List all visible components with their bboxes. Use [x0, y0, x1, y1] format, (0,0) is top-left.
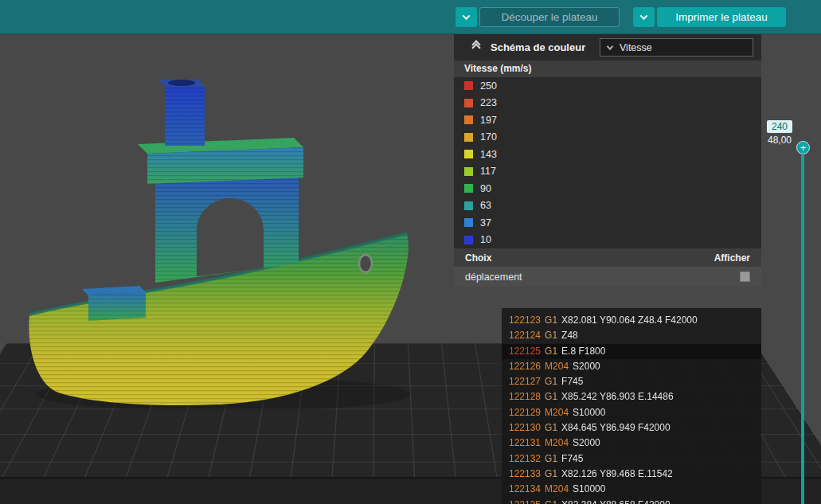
legend-value: 170 [480, 131, 497, 143]
legend-item: 250 [454, 77, 761, 95]
slice-options-button[interactable] [455, 7, 477, 27]
chevron-down-icon [463, 12, 471, 20]
plus-icon[interactable]: + [796, 141, 810, 154]
color-swatch [464, 184, 473, 193]
collapse-legend-icon[interactable] [473, 45, 479, 51]
benchy-chimney [158, 80, 205, 146]
gcode-command: M204 [545, 437, 569, 448]
color-swatch [464, 81, 473, 90]
layer-height-label: 48,00 [765, 135, 794, 146]
gcode-args: S10000 [573, 407, 605, 418]
color-swatch [464, 236, 473, 244]
chevron-down-icon [607, 43, 613, 49]
gcode-command: G1 [545, 315, 557, 326]
legend-value: 250 [480, 80, 497, 92]
gcode-command: G1 [545, 468, 557, 479]
gcode-args: X85.242 Y86.903 E.14486 [561, 391, 674, 402]
legend-item: 90 [454, 180, 761, 197]
gcode-line: 122123G1X82.081 Y90.064 Z48.4 F42000 [502, 313, 761, 328]
color-swatch [464, 201, 473, 210]
color-swatch [464, 167, 473, 176]
gcode-line-number: 122134 [509, 483, 541, 494]
gcode-line-number: 122124 [509, 330, 541, 341]
travel-row: déplacement [454, 267, 761, 287]
gcode-line: 122131M204S2000 [502, 436, 761, 451]
legend-title: Schéma de couleur [491, 41, 585, 53]
gcode-command: G1 [545, 391, 557, 402]
gcode-command: M204 [545, 361, 569, 372]
gcode-line: 122129M204S10000 [502, 405, 761, 420]
gcode-args: X82.126 Y89.468 E.11542 [561, 468, 673, 479]
gcode-line-number: 122128 [509, 391, 541, 402]
top-toolbar: Découper le plateau Imprimer le plateau [0, 0, 821, 34]
gcode-args: E.8 F1800 [561, 346, 605, 357]
gcode-args: X82.081 Y90.064 Z48.4 F42000 [561, 315, 698, 326]
legend-value: 223 [480, 97, 497, 108]
gcode-command: G1 [545, 330, 557, 341]
gcode-line: 122133G1X82.126 Y89.468 E.11542 [502, 467, 761, 482]
view-type-select[interactable]: Vitesse [600, 38, 753, 57]
benchy-roof [138, 138, 303, 184]
gcode-args: S2000 [573, 361, 600, 372]
gcode-line: 122134M204S10000 [502, 482, 761, 497]
view-type-value: Vitesse [620, 42, 652, 53]
chevron-down-icon [640, 12, 648, 20]
color-swatch [464, 218, 473, 227]
gcode-line-number: 122127 [509, 376, 541, 387]
slice-button[interactable]: Découper le plateau [479, 7, 620, 27]
gcode-line: 122128G1X85.242 Y86.903 E.14486 [502, 389, 761, 404]
legend-value: 117 [480, 166, 496, 177]
legend-item: 223 [454, 95, 761, 112]
color-swatch [464, 115, 473, 124]
gcode-line-number: 122130 [509, 422, 541, 433]
legend-header: Schéma de couleur Vitesse [454, 34, 761, 61]
print-options-button[interactable] [633, 7, 655, 27]
display-header: Afficher [714, 252, 750, 264]
gcode-line: 122130G1X84.645 Y86.949 F42000 [502, 420, 761, 436]
gcode-command: G1 [545, 422, 557, 433]
gcode-command: M204 [545, 483, 569, 494]
gcode-line-number: 122133 [509, 468, 541, 479]
legend-item: 37 [454, 214, 761, 232]
legend-subtitle: Vitesse (mm/s) [454, 61, 761, 77]
legend-value: 197 [480, 115, 497, 126]
gcode-line: 122127G1F745 [502, 374, 761, 389]
gcode-line-highlighted: 122125G1E.8 F1800 [502, 344, 761, 359]
print-button[interactable]: Imprimer le plateau [657, 7, 786, 27]
gcode-line-number: 122131 [509, 437, 541, 448]
legend-value: 37 [480, 217, 491, 229]
layer-slider-track[interactable] [801, 155, 804, 504]
gcode-line-number: 122129 [509, 407, 541, 418]
color-swatch [464, 99, 473, 107]
gcode-line: 122132G1F745 [502, 451, 761, 467]
options-header-row: Choix Afficher [454, 248, 761, 267]
legend-value: 63 [480, 200, 491, 211]
gcode-line: 122124G1Z48 [502, 328, 761, 343]
color-swatch [464, 150, 473, 158]
gcode-command: M204 [545, 407, 569, 418]
gcode-line-number: 122125 [509, 346, 541, 357]
benchy-stern-box [82, 286, 146, 321]
3d-viewport[interactable]: Schéma de couleur Vitesse Vitesse (mm/s)… [0, 34, 821, 504]
legend-item: 117 [454, 163, 761, 181]
gcode-line-number: 122126 [509, 361, 541, 372]
gcode-line-number: 122135 [509, 499, 541, 504]
gcode-args: F745 [561, 376, 583, 387]
legend-value: 10 [480, 234, 491, 245]
legend-item: 197 [454, 111, 761, 129]
benchy-model [20, 76, 434, 410]
benchy-hawse-eye [359, 255, 372, 272]
legend-value: 143 [480, 149, 497, 160]
gcode-args: X84.645 Y86.949 F42000 [561, 422, 670, 433]
legend-item: 170 [454, 129, 761, 147]
gcode-line: 122126M204S2000 [502, 359, 761, 374]
benchy-cabin [155, 173, 299, 283]
legend-value: 90 [480, 183, 491, 194]
legend-item: 63 [454, 197, 761, 215]
legend-item: 10 [454, 232, 761, 249]
gcode-args: F745 [561, 453, 583, 464]
gcode-command: G1 [545, 453, 557, 464]
travel-visibility-checkbox[interactable] [740, 272, 750, 282]
color-swatch [464, 133, 473, 142]
gcode-window: 122123G1X82.081 Y90.064 Z48.4 F42000 122… [502, 308, 761, 504]
